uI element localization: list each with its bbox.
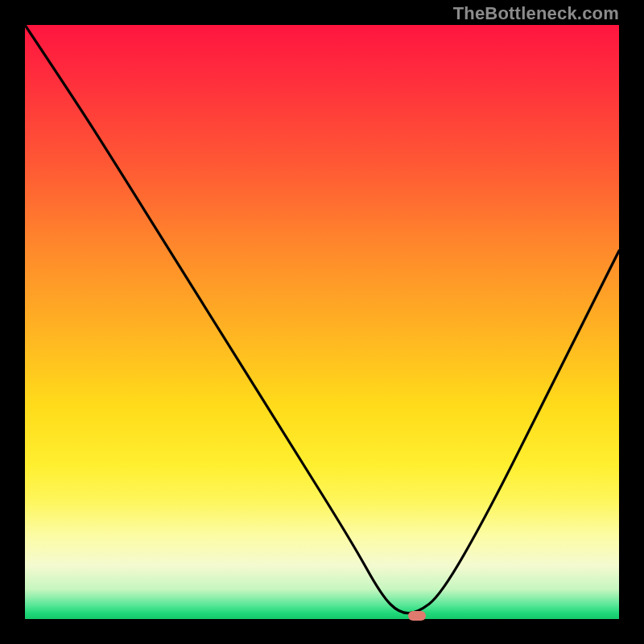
chart-stage: TheBottleneck.com (0, 0, 644, 644)
plot-area (25, 25, 619, 619)
watermark-text: TheBottleneck.com (453, 3, 619, 24)
optimal-marker (408, 611, 426, 621)
bottleneck-curve (25, 25, 619, 619)
